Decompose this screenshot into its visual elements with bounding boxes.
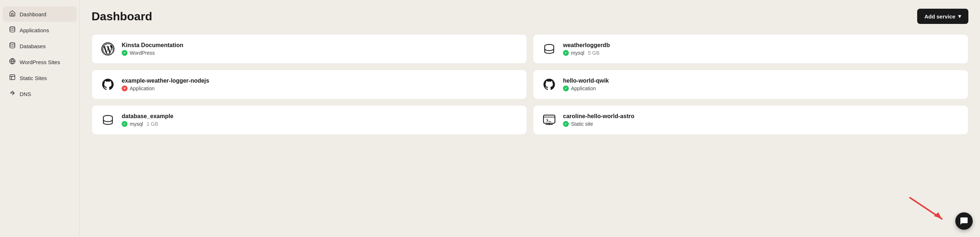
card-title: hello-world-qwik	[563, 77, 609, 84]
chevron-down-icon: ▾	[958, 13, 961, 20]
card-icon-database	[542, 42, 557, 56]
sidebar-item-static-sites[interactable]: Static Sites	[3, 70, 76, 85]
main-content: Dashboard Add service ▾ Kinsta Documenta…	[80, 0, 980, 237]
databases-icon	[9, 42, 16, 50]
card-title: Kinsta Documentation	[122, 42, 183, 49]
sidebar-item-label: Applications	[20, 27, 49, 33]
status-label: WordPress	[130, 50, 155, 56]
card-hello-world-qwik[interactable]: hello-world-qwik Application	[533, 70, 968, 99]
add-service-label: Add service	[924, 13, 955, 20]
card-status: Application	[563, 85, 609, 91]
card-kinsta-docs[interactable]: Kinsta Documentation WordPress	[92, 34, 527, 64]
card-icon-wordpress	[100, 42, 115, 56]
svg-point-0	[10, 27, 15, 28]
card-title: weatherloggerdb	[563, 42, 610, 49]
sidebar-item-label: Static Sites	[20, 75, 47, 81]
status-label: Application	[130, 85, 155, 91]
status-indicator	[122, 50, 127, 56]
sidebar-item-applications[interactable]: Applications	[3, 22, 76, 38]
home-icon	[9, 10, 16, 18]
sidebar-item-wordpress[interactable]: WordPress Sites	[3, 54, 76, 70]
svg-rect-8	[543, 115, 555, 123]
sidebar: Dashboard Applications Databases	[0, 0, 80, 237]
chat-button[interactable]	[955, 212, 973, 230]
sidebar-item-dashboard[interactable]: Dashboard	[3, 6, 76, 22]
card-info: example-weather-logger-nodejs Applicatio…	[122, 77, 209, 91]
card-status: WordPress	[122, 50, 183, 56]
sidebar-item-label: DNS	[20, 91, 31, 97]
card-status: mysql 5 GB	[563, 50, 610, 56]
card-info: caroline-hello-world-astro Static site	[563, 113, 634, 127]
status-indicator	[563, 85, 569, 91]
status-label: mysql	[571, 50, 584, 56]
status-indicator	[122, 85, 127, 91]
card-extra: 1 GB	[147, 121, 158, 127]
card-info: database_example mysql 1 GB	[122, 113, 173, 127]
page-title: Dashboard	[92, 10, 152, 23]
sidebar-item-databases[interactable]: Databases	[3, 38, 76, 54]
sidebar-item-dns[interactable]: DNS	[3, 86, 76, 101]
sidebar-item-label: Dashboard	[20, 11, 46, 17]
status-label: Static site	[571, 121, 593, 127]
card-status: Application	[122, 85, 209, 91]
card-icon-github	[542, 77, 557, 92]
applications-icon	[9, 26, 16, 34]
card-info: weatherloggerdb mysql 5 GB	[563, 42, 610, 56]
card-extra: 5 GB	[588, 50, 600, 56]
card-icon-github	[100, 77, 115, 92]
svg-point-1	[10, 43, 15, 44]
card-info: Kinsta Documentation WordPress	[122, 42, 183, 56]
page-header: Dashboard Add service ▾	[92, 9, 968, 24]
card-title: database_example	[122, 113, 173, 120]
card-weather-logger[interactable]: example-weather-logger-nodejs Applicatio…	[92, 70, 527, 99]
card-status: mysql 1 GB	[122, 121, 173, 127]
cards-grid: Kinsta Documentation WordPress weatherlo…	[92, 34, 968, 135]
card-title: example-weather-logger-nodejs	[122, 77, 209, 84]
svg-rect-3	[10, 75, 15, 80]
sidebar-item-label: WordPress Sites	[20, 59, 60, 65]
status-label: Application	[571, 85, 596, 91]
card-weatherloggerdb[interactable]: weatherloggerdb mysql 5 GB	[533, 34, 968, 64]
status-indicator	[122, 121, 127, 127]
add-service-button[interactable]: Add service ▾	[917, 9, 968, 24]
status-indicator	[563, 121, 569, 127]
sidebar-item-label: Databases	[20, 43, 46, 49]
card-icon-static	[542, 113, 557, 127]
card-database-example[interactable]: database_example mysql 1 GB	[92, 105, 527, 135]
status-indicator	[563, 50, 569, 56]
wordpress-icon	[9, 58, 16, 66]
card-info: hello-world-qwik Application	[563, 77, 609, 91]
static-sites-icon	[9, 74, 16, 82]
card-status: Static site	[563, 121, 634, 127]
card-title: caroline-hello-world-astro	[563, 113, 634, 120]
dns-icon	[9, 90, 16, 98]
status-label: mysql	[130, 121, 143, 127]
card-icon-database	[100, 113, 115, 127]
card-caroline-hello-world[interactable]: caroline-hello-world-astro Static site	[533, 105, 968, 135]
